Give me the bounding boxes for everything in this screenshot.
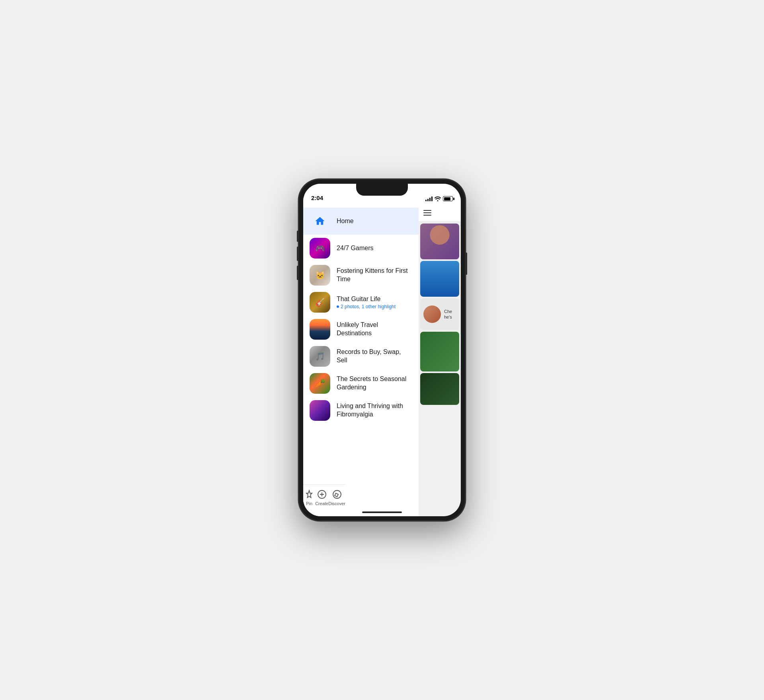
peek-top-bar bbox=[419, 204, 461, 222]
sidebar-item-subtitle-guitar: 2 photos, 1 other highlight bbox=[337, 304, 396, 309]
tab-bar: Pin Create bbox=[303, 484, 345, 516]
main-content: Home 24/7 Gamers Fostering Kittens for F… bbox=[303, 204, 461, 516]
sidebar-item-title-records: Records to Buy, Swap, Sell bbox=[337, 348, 412, 365]
tab-pin-label: Pin bbox=[306, 501, 312, 506]
wifi-icon bbox=[435, 196, 441, 201]
gamers-text-wrap: 24/7 Gamers bbox=[337, 244, 373, 253]
kittens-text-wrap: Fostering Kittens for First Time bbox=[337, 267, 412, 284]
sidebar-item-title-fibro: Living and Thriving with Fibromyalgia bbox=[337, 402, 412, 419]
gamers-thumb bbox=[310, 238, 330, 259]
sidebar-item-guitar[interactable]: That Guitar Life 2 photos, 1 other highl… bbox=[303, 289, 419, 316]
volume-up-button[interactable] bbox=[297, 247, 298, 261]
sidebar-item-home[interactable]: Home bbox=[303, 208, 419, 235]
peek-card-1 bbox=[420, 224, 459, 259]
sidebar-item-title-guitar: That Guitar Life bbox=[337, 295, 396, 303]
sidebar-item-travel[interactable]: Unlikely Travel Destinations bbox=[303, 316, 419, 343]
peek-card-5 bbox=[420, 373, 459, 405]
fibro-thumb bbox=[310, 400, 330, 421]
home-icon bbox=[314, 216, 325, 227]
status-time: 2:04 bbox=[311, 194, 323, 201]
power-button[interactable] bbox=[466, 253, 467, 275]
peek-avatar bbox=[423, 305, 441, 323]
peek-cards: Che he's bbox=[419, 222, 461, 406]
create-icon bbox=[316, 489, 327, 500]
tab-discover[interactable]: Discover bbox=[328, 489, 345, 506]
sidebar-item-gamers[interactable]: 24/7 Gamers bbox=[303, 235, 419, 262]
gardening-thumb bbox=[310, 373, 330, 394]
battery-icon bbox=[443, 196, 453, 201]
guitar-thumb bbox=[310, 292, 330, 313]
travel-text-wrap: Unlikely Travel Destinations bbox=[337, 321, 412, 338]
volume-down-button[interactable] bbox=[297, 266, 298, 280]
signal-icon bbox=[425, 196, 433, 201]
sidebar-item-kittens[interactable]: Fostering Kittens for First Time bbox=[303, 262, 419, 289]
notch bbox=[356, 184, 408, 196]
home-indicator bbox=[362, 511, 402, 513]
peek-card-3: Che he's bbox=[420, 298, 459, 330]
right-peek-panel: Che he's bbox=[419, 204, 461, 516]
status-icons bbox=[425, 196, 453, 201]
tab-create-label: Create bbox=[315, 501, 328, 506]
peek-card-text: Che he's bbox=[444, 309, 456, 320]
sidebar-item-title-travel: Unlikely Travel Destinations bbox=[337, 321, 412, 338]
fibro-text-wrap: Living and Thriving with Fibromyalgia bbox=[337, 402, 412, 419]
sidebar-item-title-gamers: 24/7 Gamers bbox=[337, 244, 373, 253]
peek-card-2 bbox=[420, 261, 459, 297]
sidebar-item-title-home: Home bbox=[337, 217, 354, 226]
sidebar: Home 24/7 Gamers Fostering Kittens for F… bbox=[303, 204, 419, 516]
travel-thumb bbox=[310, 319, 330, 340]
sidebar-item-title-kittens: Fostering Kittens for First Time bbox=[337, 267, 412, 284]
guitar-text-wrap: That Guitar Life 2 photos, 1 other highl… bbox=[337, 295, 396, 310]
home-text-wrap: Home bbox=[337, 217, 354, 226]
tab-pin[interactable]: Pin bbox=[303, 489, 315, 506]
silent-button[interactable] bbox=[297, 231, 298, 242]
records-thumb bbox=[310, 346, 330, 367]
kittens-thumb bbox=[310, 265, 330, 286]
sidebar-item-fibro[interactable]: Living and Thriving with Fibromyalgia bbox=[303, 397, 419, 424]
hamburger-icon[interactable] bbox=[423, 210, 431, 216]
peek-card-4 bbox=[420, 332, 459, 371]
sidebar-item-records[interactable]: Records to Buy, Swap, Sell bbox=[303, 343, 419, 370]
gardening-text-wrap: The Secrets to Seasonal Gardening bbox=[337, 375, 412, 392]
discover-icon bbox=[331, 489, 343, 500]
tab-create[interactable]: Create bbox=[315, 489, 328, 506]
screen: 2:04 bbox=[303, 184, 461, 516]
home-thumb bbox=[310, 211, 330, 231]
pin-icon bbox=[304, 489, 315, 500]
records-text-wrap: Records to Buy, Swap, Sell bbox=[337, 348, 412, 365]
sidebar-item-title-gardening: The Secrets to Seasonal Gardening bbox=[337, 375, 412, 392]
phone-frame: 2:04 bbox=[298, 179, 466, 521]
sidebar-item-gardening[interactable]: The Secrets to Seasonal Gardening bbox=[303, 370, 419, 397]
tab-discover-label: Discover bbox=[328, 501, 345, 506]
